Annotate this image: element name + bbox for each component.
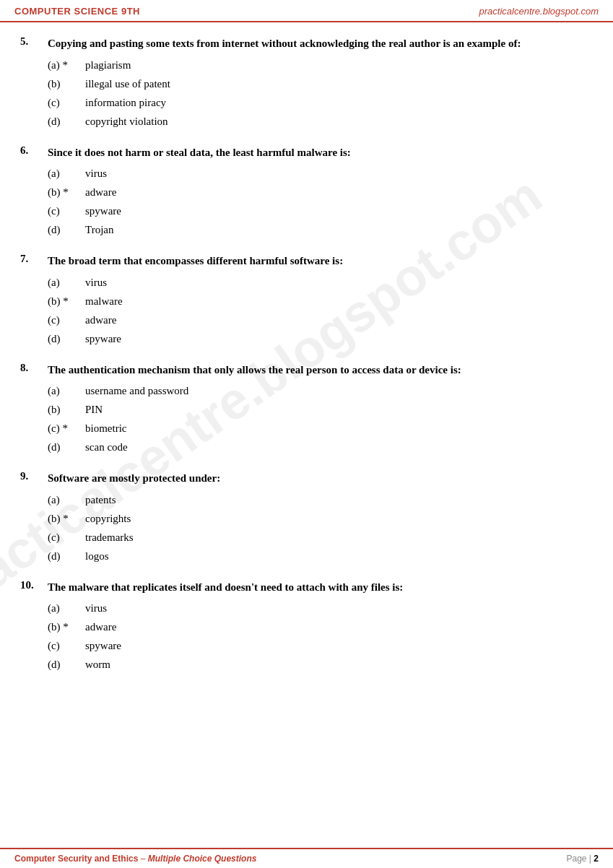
question-line-7: 7.The broad term that encompasses differ… <box>20 253 593 269</box>
questions-container: 5.Copying and pasting some texts from in… <box>20 35 593 673</box>
option-row: (c)information piracy <box>48 94 593 111</box>
option-row: (b) *adware <box>48 618 593 635</box>
question-number-7: 7. <box>20 253 48 265</box>
option-label: (a) <box>48 491 85 508</box>
option-text: adware <box>85 618 116 635</box>
question-line-9: 9.Software are mostly protected under: <box>20 470 593 487</box>
footer-page-number: 2 <box>594 854 599 864</box>
question-number-10: 10. <box>20 579 48 591</box>
question-number-5: 5. <box>20 35 48 48</box>
option-label: (d) <box>48 547 85 565</box>
option-label: (d) <box>48 221 85 238</box>
options-7: (a)virus(b) *malware(c)adware(d)spyware <box>48 274 593 347</box>
option-row: (b) *adware <box>48 183 593 201</box>
option-text: username and password <box>85 382 188 399</box>
option-text: illegal use of patent <box>85 75 170 92</box>
option-text: spyware <box>85 637 121 654</box>
option-text: adware <box>85 183 116 201</box>
option-text: scan code <box>85 438 128 456</box>
header-website: practicalcentre.blogspot.com <box>479 6 599 17</box>
option-row: (d)copyright violation <box>48 113 593 130</box>
option-row: (b) *malware <box>48 292 593 310</box>
question-text-5: Copying and pasting some texts from inte… <box>48 35 593 52</box>
option-label: (b) <box>48 75 85 92</box>
question-block-7: 7.The broad term that encompasses differ… <box>20 253 593 347</box>
option-label: (a) <box>48 274 85 291</box>
question-line-6: 6.Since it does not harm or steal data, … <box>20 144 593 161</box>
option-text: virus <box>85 599 107 617</box>
option-label: (c) <box>48 311 85 329</box>
options-10: (a)virus(b) *adware(c)spyware(d)worm <box>48 599 593 673</box>
option-text: virus <box>85 165 107 182</box>
option-row: (a)patents <box>48 491 593 508</box>
option-label: (b) <box>48 401 85 418</box>
option-label: (c) <box>48 637 85 654</box>
header: Computer Science 9th practicalcentre.blo… <box>0 0 613 22</box>
option-row: (a)virus <box>48 165 593 182</box>
option-text: adware <box>85 311 116 329</box>
option-row: (b)illegal use of patent <box>48 75 593 92</box>
question-text-9: Software are mostly protected under: <box>48 470 593 487</box>
question-block-8: 8.The authentication mechanism that only… <box>20 362 593 456</box>
option-text: copyright violation <box>85 113 168 130</box>
page: practicalcentre.blogspot.com Computer Sc… <box>0 0 613 868</box>
option-row: (c) *biometric <box>48 420 593 437</box>
option-row: (d)logos <box>48 547 593 565</box>
option-text: plagiarism <box>85 56 131 74</box>
option-label: (d) <box>48 438 85 456</box>
option-row: (c)spyware <box>48 637 593 654</box>
option-text: malware <box>85 292 123 310</box>
footer-page: Page | 2 <box>567 854 599 864</box>
question-line-10: 10.The malware that replicates itself an… <box>20 579 593 596</box>
question-text-6: Since it does not harm or steal data, th… <box>48 144 593 161</box>
question-number-8: 8. <box>20 362 48 374</box>
option-label: (d) <box>48 330 85 347</box>
option-label: (d) <box>48 656 85 673</box>
question-line-5: 5.Copying and pasting some texts from in… <box>20 35 593 52</box>
option-row: (d)Trojan <box>48 221 593 238</box>
option-label: (c) * <box>48 420 85 437</box>
option-text: patents <box>85 491 116 508</box>
option-label: (b) * <box>48 510 85 527</box>
footer-subject: Computer Security and Ethics <box>14 854 138 864</box>
question-text-8: The authentication mechanism that only a… <box>48 362 593 378</box>
option-label: (a) <box>48 599 85 617</box>
option-row: (c)adware <box>48 311 593 329</box>
option-row: (a)virus <box>48 274 593 291</box>
options-8: (a)username and password(b)PIN(c) *biome… <box>48 382 593 456</box>
option-row: (d)worm <box>48 656 593 673</box>
option-label: (d) <box>48 113 85 130</box>
option-row: (c)spyware <box>48 202 593 220</box>
option-text: virus <box>85 274 107 291</box>
option-label: (b) * <box>48 183 85 201</box>
option-label: (a) <box>48 165 85 182</box>
question-block-6: 6.Since it does not harm or steal data, … <box>20 144 593 239</box>
question-block-10: 10.The malware that replicates itself an… <box>20 579 593 674</box>
question-line-8: 8.The authentication mechanism that only… <box>20 362 593 378</box>
option-label: (c) <box>48 529 85 546</box>
option-label: (a) <box>48 382 85 399</box>
question-text-10: The malware that replicates itself and d… <box>48 579 593 596</box>
option-text: logos <box>85 547 109 565</box>
option-row: (c)trademarks <box>48 529 593 546</box>
content: 5.Copying and pasting some texts from in… <box>0 22 613 700</box>
option-row: (b) *copyrights <box>48 510 593 527</box>
option-row: (d)spyware <box>48 330 593 347</box>
footer: Computer Security and Ethics – Multiple … <box>0 848 613 868</box>
option-text: spyware <box>85 330 121 347</box>
option-text: trademarks <box>85 529 134 546</box>
option-row: (a)virus <box>48 599 593 617</box>
option-row: (b)PIN <box>48 401 593 418</box>
option-text: spyware <box>85 202 121 220</box>
option-label: (c) <box>48 202 85 220</box>
option-text: Trojan <box>85 221 113 238</box>
option-label: (b) * <box>48 292 85 310</box>
option-label: (b) * <box>48 618 85 635</box>
footer-left: Computer Security and Ethics – Multiple … <box>14 854 256 864</box>
option-text: biometric <box>85 420 126 437</box>
question-text-7: The broad term that encompasses differen… <box>48 253 593 269</box>
option-row: (a) *plagiarism <box>48 56 593 74</box>
option-text: PIN <box>85 401 103 418</box>
option-text: copyrights <box>85 510 131 527</box>
question-number-9: 9. <box>20 470 48 482</box>
